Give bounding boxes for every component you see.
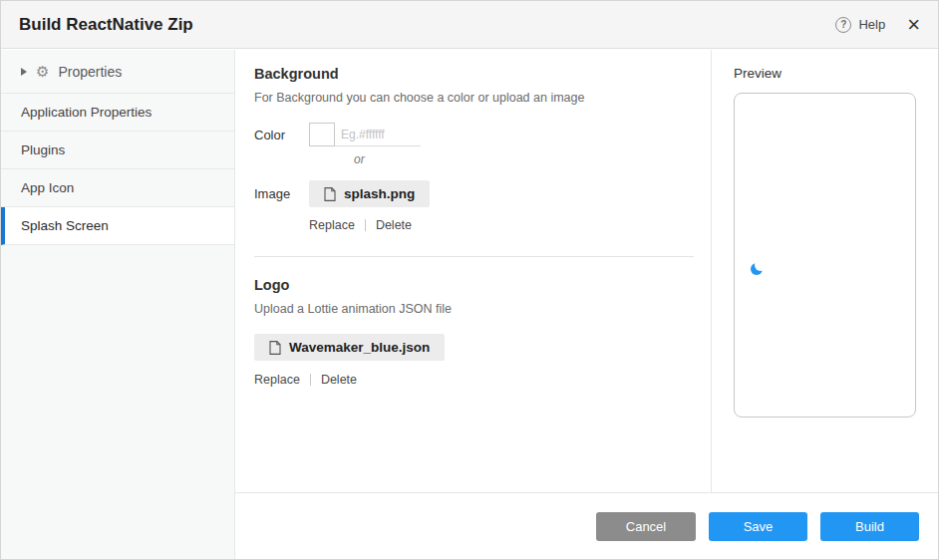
logo-section: Logo Upload a Lottie animation JSON file… — [254, 277, 694, 387]
dialog-title: Build ReactNative Zip — [19, 15, 193, 35]
file-icon — [269, 341, 281, 355]
background-title: Background — [254, 66, 694, 82]
help-label: Help — [858, 17, 885, 32]
delete-logo-link[interactable]: Delete — [321, 373, 357, 387]
image-actions: Replace Delete — [309, 218, 694, 232]
sidebar-item-application-properties[interactable]: Application Properties — [1, 94, 234, 132]
build-reactnative-dialog: Build ReactNative Zip ? Help × ⚙ Propert… — [0, 0, 939, 560]
image-label: Image — [254, 186, 309, 201]
color-label: Color — [254, 128, 309, 142]
close-icon[interactable]: × — [907, 14, 920, 36]
replace-image-link[interactable]: Replace — [309, 218, 355, 232]
background-description: For Background you can choose a color or… — [254, 91, 694, 105]
link-separator — [310, 374, 311, 386]
build-button[interactable]: Build — [820, 512, 919, 541]
sidebar-item-splash-screen[interactable]: Splash Screen — [1, 207, 234, 245]
sidebar-properties-header[interactable]: ⚙ Properties — [1, 50, 234, 94]
color-row: Color — [254, 123, 694, 146]
replace-logo-link[interactable]: Replace — [254, 373, 300, 387]
save-button[interactable]: Save — [709, 512, 807, 541]
image-file-name: splash.png — [344, 186, 415, 201]
delete-image-link[interactable]: Delete — [376, 218, 412, 232]
sidebar: ⚙ Properties Application Properties Plug… — [1, 50, 235, 559]
logo-file-chip[interactable]: Wavemaker_blue.json — [254, 334, 445, 361]
cancel-button[interactable]: Cancel — [596, 512, 696, 541]
logo-file-name: Wavemaker_blue.json — [289, 340, 430, 355]
gear-icon: ⚙ — [36, 64, 49, 79]
logo-file-row: Wavemaker_blue.json — [254, 334, 694, 361]
link-separator — [365, 219, 366, 231]
background-section: Background For Background you can choose… — [254, 66, 694, 232]
image-row: Image splash.png — [254, 180, 694, 207]
sidebar-item-plugins[interactable]: Plugins — [1, 132, 234, 169]
sidebar-item-app-icon[interactable]: App Icon — [1, 169, 234, 207]
image-file-chip[interactable]: splash.png — [309, 180, 430, 207]
logo-description: Upload a Lottie animation JSON file — [254, 302, 694, 316]
help-button[interactable]: ? Help — [835, 17, 885, 33]
section-divider — [254, 256, 694, 257]
splash-screen-panel: Background For Background you can choose… — [236, 50, 712, 492]
preview-panel: Preview — [711, 50, 938, 492]
file-icon — [324, 187, 336, 201]
color-input[interactable] — [335, 123, 421, 146]
caret-right-icon — [21, 68, 27, 76]
help-icon: ? — [835, 17, 851, 33]
preview-title: Preview — [734, 66, 916, 81]
sidebar-properties-label: Properties — [58, 64, 122, 80]
dialog-footer: Cancel Save Build — [235, 492, 938, 559]
titlebar-actions: ? Help × — [835, 14, 920, 36]
lottie-crescent-icon — [751, 263, 763, 275]
preview-box — [734, 93, 916, 418]
color-swatch[interactable] — [309, 123, 335, 146]
logo-actions: Replace Delete — [254, 373, 694, 387]
logo-title: Logo — [254, 277, 694, 293]
dialog-header: Build ReactNative Zip ? Help × — [1, 1, 938, 49]
or-label: or — [354, 152, 694, 166]
